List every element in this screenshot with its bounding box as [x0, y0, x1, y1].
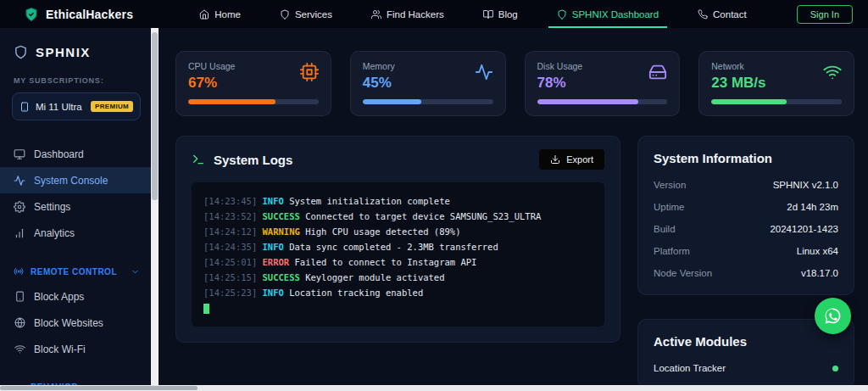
system-logs-panel: System Logs Export [14:23:45] INFO Syste…: [175, 136, 620, 343]
log-message: Data sync completed - 2.3MB transferred: [289, 242, 498, 252]
stat-value: 67%: [188, 75, 319, 92]
sign-in-button[interactable]: Sign In: [797, 5, 853, 24]
sidebar: SPHNIX MY SUBSCRIPTIONS: Mi 11 Ultra PRE…: [0, 28, 151, 391]
users-icon: [371, 9, 381, 20]
log-level: ERROR: [263, 257, 290, 267]
sidebar-item-block-websites[interactable]: Block Websites: [0, 310, 151, 336]
download-icon: [550, 154, 560, 165]
stat-card-memory: Memory 45%: [350, 51, 506, 116]
info-value: 2d 14h 23m: [787, 202, 838, 212]
brand[interactable]: EthicalHackers: [24, 7, 133, 22]
top-navbar: EthicalHackers Home Services Find Hacker…: [0, 0, 868, 28]
nav-item-find-hackers[interactable]: Find Hackers: [371, 0, 444, 28]
log-line: [14:23:45] INFO System initialization co…: [203, 193, 593, 209]
gear-icon: [14, 201, 25, 213]
stat-value: 45%: [363, 75, 493, 92]
subscription-card[interactable]: Mi 11 Ultra PREMIUM: [12, 92, 141, 120]
status-dot: [832, 366, 838, 371]
log-cursor-line: [203, 300, 593, 316]
wifi-icon: [14, 344, 25, 355]
log-time: [14:23:45]: [203, 196, 257, 206]
system-logs-title: System Logs: [214, 153, 292, 167]
smartphone-icon: [14, 291, 25, 302]
progress-fill: [537, 99, 639, 104]
nav-label: Home: [214, 9, 241, 20]
info-label: Platform: [654, 246, 690, 256]
sidebar-item-block-apps[interactable]: Block Apps: [0, 283, 151, 310]
whatsapp-icon: [822, 305, 843, 327]
menu-label: System Console: [34, 175, 108, 187]
info-row-uptime: Uptime 2d 14h 23m: [654, 202, 838, 212]
menu-label: Analytics: [34, 227, 75, 239]
export-button[interactable]: Export: [539, 149, 604, 170]
sidebar-item-system-console[interactable]: System Console: [0, 167, 151, 193]
sidebar-brand: SPHNIX: [0, 40, 151, 70]
horizontal-scrollbar[interactable]: [0, 385, 868, 391]
nav-item-services[interactable]: Services: [280, 0, 332, 28]
sidebar-menu: Dashboard System Console Settings Analyt…: [0, 141, 151, 246]
stat-label: Memory: [363, 61, 493, 71]
stat-label: Disk Usage: [537, 61, 668, 71]
log-message: Failed to connect to Instagram API: [294, 257, 476, 267]
log-message: Keylogger module activated: [305, 272, 444, 282]
chevron-down-icon: [131, 267, 140, 276]
nav-item-home[interactable]: Home: [199, 0, 241, 28]
log-time: [14:25:01]: [203, 257, 257, 267]
info-value: 20241201-1423: [770, 224, 838, 234]
info-label: Uptime: [654, 202, 684, 212]
monitor-icon: [14, 148, 25, 160]
info-value: SPHNIX v2.1.0: [773, 180, 838, 190]
log-level: INFO: [263, 288, 284, 298]
shield-icon: [14, 45, 28, 59]
main-content: CPU Usage 67% Memory 45% Disk Usage 78%: [159, 28, 868, 391]
sidebar-scrollbar-thumb[interactable]: [152, 32, 158, 200]
sidebar-scrollbar[interactable]: [151, 28, 159, 391]
log-level: INFO: [263, 242, 284, 252]
log-line: [14:25:23] INFO Location tracking enable…: [203, 285, 593, 300]
stat-card-disk: Disk Usage 78%: [525, 51, 681, 116]
progress-fill: [363, 99, 421, 104]
system-information-title: System Information: [654, 151, 838, 165]
book-icon: [483, 9, 493, 20]
system-logs-header: System Logs Export: [192, 149, 604, 170]
log-output[interactable]: [14:23:45] INFO System initialization co…: [192, 182, 604, 327]
menu-label: Block Apps: [34, 291, 84, 303]
brand-shield-icon: [24, 7, 39, 22]
app-window: EthicalHackers Home Services Find Hacker…: [0, 0, 868, 391]
whatsapp-button[interactable]: [815, 298, 851, 334]
sidebar-item-dashboard[interactable]: Dashboard: [0, 141, 151, 167]
horizontal-scrollbar-thumb[interactable]: [0, 386, 198, 390]
nav-items: Home Services Find Hackers Blog SPHNIX D…: [199, 0, 747, 28]
nav-label: Find Hackers: [387, 9, 444, 20]
sidebar-brand-name: SPHNIX: [36, 45, 91, 59]
info-value: v18.17.0: [801, 268, 838, 278]
progress-track: [363, 99, 493, 104]
progress-track: [711, 99, 842, 104]
info-row-node-version: Node Version v18.17.0: [654, 268, 838, 278]
activity-icon: [475, 63, 493, 81]
nav-item-contact[interactable]: Contact: [698, 0, 747, 28]
active-modules-title: Active Modules: [654, 334, 838, 349]
log-level: SUCCESS: [263, 211, 300, 221]
right-column: System Information Version SPHNIX v2.1.0…: [637, 136, 854, 388]
subscriptions-label: MY SUBSCRIPTIONS:: [0, 76, 151, 85]
smartphone-icon: [19, 102, 30, 112]
sidebar-item-settings[interactable]: Settings: [0, 193, 151, 220]
sidebar-item-block-wifi[interactable]: Block Wi-Fi: [0, 336, 151, 362]
menu-label: Block Wi-Fi: [34, 344, 86, 355]
log-time: [14:24:35]: [203, 242, 257, 252]
module-row-location-tracker: Location Tracker: [654, 363, 838, 373]
log-message: System initialization complete: [289, 196, 450, 206]
section-remote-control[interactable]: REMOTE CONTROL: [0, 266, 151, 276]
phone-icon: [698, 9, 708, 20]
stat-value: 23 MB/s: [711, 75, 842, 92]
log-line: [14:25:01] ERROR Failed to connect to In…: [203, 254, 593, 270]
log-time: [14:24:12]: [203, 226, 257, 237]
sidebar-item-analytics[interactable]: Analytics: [0, 220, 151, 246]
info-row-build: Build 20241201-1423: [654, 224, 838, 234]
stat-label: CPU Usage: [188, 61, 319, 71]
nav-item-sphnix-dashboard[interactable]: SPHNIX Dashboard: [557, 0, 659, 28]
stat-label: Network: [711, 61, 842, 71]
log-line: [14:24:12] WARNING High CPU usage detect…: [203, 224, 593, 239]
nav-item-blog[interactable]: Blog: [483, 0, 518, 28]
